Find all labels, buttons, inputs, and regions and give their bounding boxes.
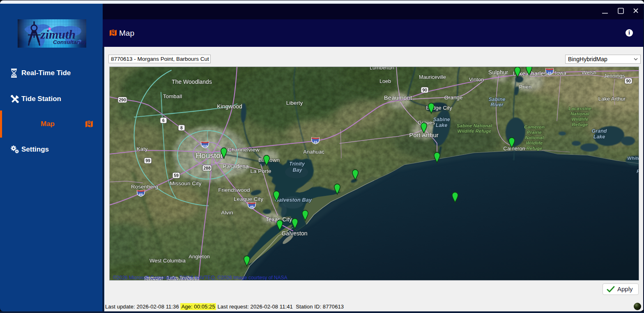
svg-text:Consultancy: Consultancy bbox=[53, 39, 86, 45]
svg-text:Wildlife: Wildlife bbox=[526, 140, 543, 145]
svg-text:Refuge: Refuge bbox=[572, 122, 589, 127]
svg-text:Welsh: Welsh bbox=[582, 69, 596, 76]
svg-text:Sabine: Sabine bbox=[489, 97, 506, 102]
svg-text:Channelview: Channelview bbox=[228, 147, 260, 153]
svg-text:Sulphur: Sulphur bbox=[488, 69, 508, 76]
svg-text:Iowa: Iowa bbox=[555, 70, 566, 76]
svg-text:La Porte: La Porte bbox=[250, 168, 271, 174]
svg-text:River: River bbox=[490, 102, 504, 108]
svg-text:Lumberton: Lumberton bbox=[370, 67, 394, 71]
svg-text:Beaumont: Beaumont bbox=[384, 94, 412, 101]
svg-text:Wildlife: Wildlife bbox=[572, 117, 589, 122]
svg-text:Grand: Grand bbox=[592, 128, 607, 134]
svg-text:Galveston: Galveston bbox=[281, 230, 307, 237]
svg-text:90: 90 bbox=[422, 87, 427, 92]
svg-text:59: 59 bbox=[174, 173, 179, 178]
svg-text:Sabine National: Sabine National bbox=[457, 123, 492, 128]
svg-text:Cameron: Cameron bbox=[524, 124, 545, 129]
svg-text:Lacassine: Lacassine bbox=[568, 106, 591, 111]
svg-text:8: 8 bbox=[180, 125, 183, 130]
svg-text:288: 288 bbox=[203, 166, 211, 170]
svg-text:290: 290 bbox=[119, 97, 126, 102]
svg-text:Orange: Orange bbox=[444, 94, 462, 101]
svg-text:Lake Arthur: Lake Arthur bbox=[598, 96, 626, 102]
svg-text:Houston: Houston bbox=[196, 151, 225, 160]
svg-text:Rosenberg: Rosenberg bbox=[131, 184, 158, 190]
svg-text:Sabine: Sabine bbox=[433, 117, 450, 122]
svg-text:Refuge: Refuge bbox=[527, 146, 543, 151]
svg-text:Jennings: Jennings bbox=[604, 73, 626, 79]
svg-text:League City: League City bbox=[234, 196, 263, 202]
svg-text:Lake: Lake bbox=[593, 134, 605, 140]
svg-text:Galveston Bay: Galveston Bay bbox=[275, 197, 312, 203]
svg-text:45: 45 bbox=[250, 205, 254, 209]
svg-text:Lake: Lake bbox=[436, 122, 448, 128]
svg-text:West Columbia: West Columbia bbox=[150, 258, 186, 264]
svg-text:Friendswood: Friendswood bbox=[218, 187, 250, 193]
svg-text:10: 10 bbox=[548, 71, 552, 75]
svg-text:Trinity: Trinity bbox=[289, 161, 305, 167]
svg-text:6: 6 bbox=[162, 118, 165, 123]
svg-text:Anahuac: Anahuac bbox=[303, 149, 324, 155]
svg-text:Bay: Bay bbox=[293, 167, 303, 173]
svg-text:Katy: Katy bbox=[136, 146, 147, 152]
svg-text:Pasadena: Pasadena bbox=[223, 163, 248, 170]
svg-text:©2026 Microsoft Corporation, ©: ©2026 Microsoft Corporation, ©2026 NAVTE… bbox=[113, 275, 288, 280]
svg-text:Liberty: Liberty bbox=[286, 100, 303, 106]
svg-text:Prairie: Prairie bbox=[527, 130, 542, 135]
svg-text:Vinton: Vinton bbox=[469, 76, 484, 83]
svg-text:White: White bbox=[627, 156, 639, 161]
svg-text:Wildlife Refuge: Wildlife Refuge bbox=[458, 129, 492, 133]
svg-text:Mauriceville: Mauriceville bbox=[419, 74, 446, 80]
svg-text:610: 610 bbox=[202, 144, 208, 148]
svg-text:Alvin: Alvin bbox=[221, 209, 233, 216]
svg-text:10: 10 bbox=[314, 140, 317, 144]
svg-text:69: 69 bbox=[139, 193, 143, 196]
svg-text:Prien: Prien bbox=[519, 84, 531, 90]
svg-text:Kingwood: Kingwood bbox=[217, 103, 242, 110]
svg-text:Cameron: Cameron bbox=[503, 145, 525, 152]
svg-text:Missouri City: Missouri City bbox=[170, 180, 202, 186]
svg-text:The Woodlands: The Woodlands bbox=[172, 78, 212, 85]
svg-text:Pe: Pe bbox=[637, 169, 639, 174]
svg-text:National: National bbox=[525, 135, 544, 140]
svg-text:99: 99 bbox=[145, 158, 150, 163]
svg-text:Angleton: Angleton bbox=[189, 253, 209, 260]
svg-text:Loeb: Loeb bbox=[380, 78, 391, 84]
svg-text:Tomball: Tomball bbox=[163, 93, 182, 99]
svg-text:National: National bbox=[570, 111, 589, 116]
svg-text:90: 90 bbox=[626, 78, 631, 83]
